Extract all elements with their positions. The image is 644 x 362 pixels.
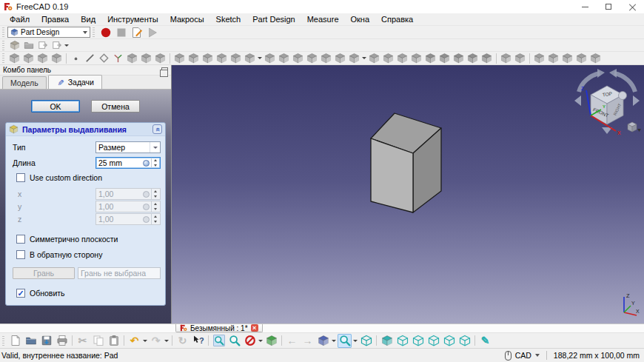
print-icon[interactable] [55, 334, 69, 348]
refresh-icon[interactable]: ↻ [175, 334, 189, 348]
subtractive-pipe-icon[interactable] [320, 52, 332, 64]
pocket-icon[interactable] [264, 52, 276, 64]
custom-direction-checkbox[interactable] [16, 173, 25, 182]
additive-loft-icon[interactable] [201, 52, 214, 64]
link-actions-icon[interactable] [50, 39, 63, 51]
groove-icon[interactable] [292, 52, 304, 64]
expression-editor-icon[interactable] [143, 160, 150, 167]
datum-plane-icon[interactable] [98, 52, 110, 64]
toolbar-grip[interactable] [2, 41, 4, 50]
dropdown-caret-icon[interactable] [164, 335, 170, 346]
zoom-border-icon[interactable] [212, 334, 226, 348]
float-panel-icon[interactable] [161, 67, 168, 73]
measure-toggle-delta-icon[interactable] [589, 52, 602, 64]
menu-sketch[interactable]: Sketch [210, 14, 247, 24]
additive-pipe-icon[interactable] [215, 52, 228, 64]
view-rear-icon[interactable] [426, 334, 440, 348]
zoom-in-icon[interactable] [227, 334, 241, 348]
menu-windows[interactable]: Окна [345, 14, 376, 24]
chevron-down-icon[interactable] [535, 354, 540, 357]
macro-edit-icon[interactable] [130, 26, 144, 39]
cancel-button[interactable]: Отмена [91, 100, 140, 113]
dropdown-caret-icon[interactable] [258, 335, 264, 346]
menu-macros[interactable]: Макросы [164, 14, 210, 24]
shapebinder-icon[interactable] [126, 52, 138, 64]
view-front-icon[interactable] [380, 334, 394, 348]
redo-icon[interactable]: ↷ [149, 334, 163, 348]
measure-linear-icon[interactable] [500, 52, 512, 64]
draft-icon[interactable] [452, 52, 465, 64]
tab-close-icon[interactable] [251, 324, 258, 332]
mirrored-icon[interactable] [368, 52, 380, 64]
chamfer-icon[interactable] [438, 52, 451, 64]
whats-this-icon[interactable] [191, 334, 205, 348]
collapse-icon[interactable] [152, 124, 162, 134]
menu-tools[interactable]: Инструменты [101, 14, 164, 24]
nav-style-value[interactable]: CAD [515, 351, 531, 360]
view-right-icon[interactable] [411, 334, 425, 348]
length-input[interactable]: 25 mm [95, 157, 161, 169]
menu-file[interactable]: Файл [4, 14, 36, 24]
menu-view[interactable]: Вид [75, 14, 101, 24]
nav-forward-icon[interactable]: → [301, 334, 315, 348]
type-select[interactable]: Размер [95, 141, 161, 153]
datum-point-icon[interactable] [70, 52, 82, 64]
file-open-icon[interactable] [24, 334, 38, 348]
measure-toggle-all-icon[interactable] [561, 52, 574, 64]
subtractive-primitive-icon[interactable] [348, 52, 360, 64]
cut-icon[interactable]: ✂ [76, 334, 90, 348]
macro-play-icon[interactable] [145, 26, 159, 39]
revolution-icon[interactable] [187, 52, 200, 64]
dropdown-caret-icon[interactable] [142, 335, 148, 346]
create-body-icon[interactable] [8, 52, 21, 64]
view-axonometric-icon[interactable] [359, 334, 373, 348]
linear-pattern-icon[interactable] [382, 52, 395, 64]
local-cs-icon[interactable] [112, 52, 124, 64]
multitransform-icon[interactable] [410, 52, 423, 64]
file-save-icon[interactable] [39, 334, 53, 348]
spin-up-icon[interactable] [152, 158, 159, 163]
fillet-icon[interactable] [424, 52, 437, 64]
group-header[interactable]: Параметры выдавливания [6, 123, 165, 136]
subtractive-helix-icon[interactable] [334, 52, 346, 64]
view-bottom-icon[interactable] [442, 334, 456, 348]
toolbar-grip[interactable] [2, 336, 4, 346]
hole-icon[interactable] [278, 52, 290, 64]
view-top-icon[interactable] [395, 334, 409, 348]
boolean-icon[interactable] [480, 52, 493, 64]
dropdown-caret-icon[interactable] [257, 53, 263, 64]
macro-record-icon[interactable] [98, 26, 113, 39]
tab-tasks[interactable]: Задачи [48, 75, 102, 89]
copy-icon[interactable] [91, 334, 105, 348]
additive-primitive-icon[interactable] [244, 52, 256, 64]
clone-icon[interactable] [154, 52, 167, 64]
fit-selection-icon[interactable] [264, 334, 278, 348]
menu-measure[interactable]: Measure [301, 14, 345, 24]
menu-help[interactable]: Справка [375, 14, 419, 24]
open-folder-icon[interactable] [22, 39, 35, 51]
polar-pattern-icon[interactable] [396, 52, 409, 64]
subtractive-loft-icon[interactable] [306, 52, 318, 64]
dropdown-caret-icon[interactable] [64, 39, 70, 51]
dropdown-caret-icon[interactable] [331, 335, 337, 346]
document-tab[interactable]: Безымянный : 1* [175, 324, 263, 332]
additive-helix-icon[interactable] [229, 52, 242, 64]
measure-distance-icon[interactable]: ✎ [478, 334, 492, 348]
toolbar-grip[interactable] [2, 53, 4, 63]
measure-toggle-3d-icon[interactable] [575, 52, 588, 64]
menu-partdesign[interactable]: Part Design [246, 14, 301, 24]
merge-project-icon[interactable] [36, 39, 49, 51]
ok-button[interactable]: OK [31, 100, 80, 113]
view-fit-all-icon[interactable] [338, 334, 352, 348]
menu-edit[interactable]: Правка [36, 14, 75, 24]
dropdown-caret-icon[interactable] [352, 335, 358, 346]
restore-button[interactable] [597, 0, 620, 13]
undo-icon[interactable]: ↶ [127, 334, 141, 348]
measure-refresh-icon[interactable] [533, 52, 546, 64]
measure-clear-icon[interactable] [547, 52, 560, 64]
nav-back-icon[interactable]: ← [285, 334, 299, 348]
3d-viewport[interactable]: TOP FRONT RIGHT Z Y X [172, 65, 644, 324]
minimize-button[interactable] [573, 0, 597, 13]
view-isometric-icon[interactable] [316, 334, 330, 348]
sub-shapebinder-icon[interactable] [140, 52, 152, 64]
